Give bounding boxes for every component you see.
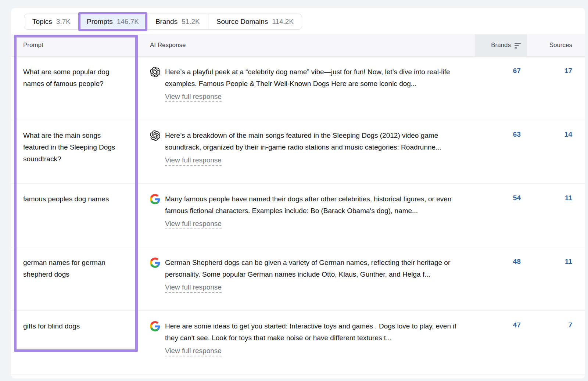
ai-response-text: Here’s a breakdown of the main songs fea… [165,130,459,153]
ai-response-cell: Many famous people have named their dogs… [150,184,475,247]
table-row: gifts for blind dogs Here are some ideas… [11,311,585,374]
prompt-cell: What are the main songs featured in the … [11,120,150,183]
column-header-sources[interactable]: Sources [527,42,585,49]
brands-count-link[interactable]: 48 [513,258,521,265]
chatgpt-icon [150,130,160,141]
prompts-panel: Topics 3.7K Prompts 146.7K Brands 51.2K … [11,8,585,378]
prompt-text: What are some popular dog names of famou… [23,66,123,90]
table-row: What are some popular dog names of famou… [11,57,585,120]
table-row: famous peoples dog names Many famous peo… [11,184,585,247]
table-header: Prompt AI Response Brands Sources [11,34,585,57]
view-tabs: Topics 3.7K Prompts 146.7K Brands 51.2K … [24,14,302,30]
google-icon [150,258,160,268]
table-row: german names for german shepherd dogs Ge… [11,247,585,311]
view-full-response-link[interactable]: View full response [165,156,222,166]
ai-response-text: German Shepherd dogs can be given a vari… [165,257,459,280]
sources-count-link[interactable]: 7 [568,321,572,329]
table-row: What are the main songs featured in the … [11,120,585,184]
column-header-brands[interactable]: Brands [475,34,527,56]
prompt-cell: What are some popular dog names of famou… [11,57,150,120]
sources-count-link[interactable]: 11 [565,194,572,202]
ai-response-text: Here are some ideas to get you started: … [165,320,459,344]
brands-count-link[interactable]: 67 [513,67,521,75]
column-header-ai-response: AI Response [150,42,475,49]
sources-count-link[interactable]: 11 [565,258,572,265]
prompt-text: german names for german shepherd dogs [23,257,123,280]
view-full-response-link[interactable]: View full response [165,347,222,356]
ai-response-cell: Here’s a playful peek at a “celebrity do… [150,57,475,120]
prompt-cell: gifts for blind dogs [11,311,150,374]
tab-source-domains[interactable]: Source Domains 114.2K [208,14,302,29]
table-body: What are some popular dog names of famou… [11,57,585,374]
tab-topics-label: Topics [32,18,52,26]
sources-count-link[interactable]: 17 [564,67,572,75]
google-icon [150,321,160,331]
tab-source-domains-label: Source Domains [216,18,268,26]
prompt-cell: german names for german shepherd dogs [11,247,150,310]
column-header-prompt: Prompt [11,42,150,49]
tab-brands[interactable]: Brands 51.2K [147,14,208,29]
view-full-response-link[interactable]: View full response [165,93,222,102]
tab-brands-label: Brands [155,18,178,26]
google-icon [150,194,160,204]
brands-count-link[interactable]: 54 [513,194,521,202]
ai-response-text: Many famous people have named their dogs… [165,193,459,217]
sort-descending-icon [514,43,521,48]
tab-topics-count: 3.7K [56,18,71,26]
column-header-brands-label: Brands [491,42,511,49]
sources-count-link[interactable]: 14 [564,130,572,138]
view-full-response-link[interactable]: View full response [165,220,222,229]
brands-count-link[interactable]: 47 [513,321,521,329]
prompt-text: What are the main songs featured in the … [23,130,123,165]
prompt-text: gifts for blind dogs [23,320,123,332]
ai-response-cell: Here are some ideas to get you started: … [150,311,475,374]
prompt-cell: famous peoples dog names [11,184,150,247]
ai-response-cell: Here’s a breakdown of the main songs fea… [150,120,475,183]
brands-count-link[interactable]: 63 [513,130,521,138]
tab-prompts-label: Prompts [87,18,113,26]
tab-topics[interactable]: Topics 3.7K [24,14,79,29]
tab-prompts[interactable]: Prompts 146.7K [78,12,147,31]
prompt-text: famous peoples dog names [23,193,123,205]
view-full-response-link[interactable]: View full response [165,283,222,293]
chatgpt-icon [150,67,160,77]
ai-response-cell: German Shepherd dogs can be given a vari… [150,247,475,310]
tab-brands-count: 51.2K [182,18,200,26]
tab-prompts-count: 146.7K [117,18,139,26]
ai-response-text: Here’s a playful peek at a “celebrity do… [165,66,459,90]
tab-source-domains-count: 114.2K [272,18,294,26]
